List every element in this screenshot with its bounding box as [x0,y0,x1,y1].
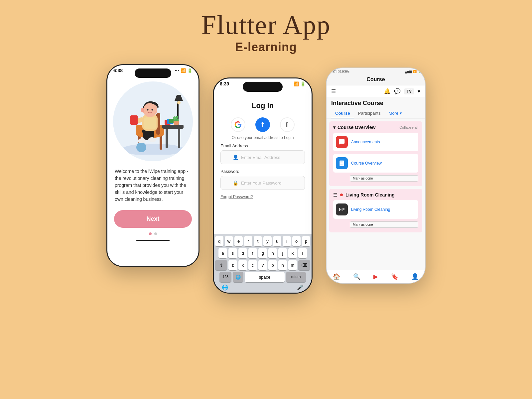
user-icon: 👤 [233,155,238,160]
key-d[interactable]: d [238,248,247,258]
key-j[interactable]: j [278,248,287,258]
key-b[interactable]: b [268,260,277,270]
announcements-item[interactable]: Announcements [333,133,418,151]
key-v[interactable]: v [258,260,267,270]
google-signin-button[interactable] [231,117,245,132]
battery-icon: 🔋 [300,81,306,86]
bell-icon[interactable]: 🔔 [384,88,391,94]
app-subtitle: E-learning [201,40,331,54]
living-room-item[interactable]: H·P Living Room Cleaning [333,200,418,219]
battery-icon: 🔋 [187,68,193,73]
wifi-icon: 📶 [181,68,186,73]
living-room-item-label: Living Room Cleaning [351,207,390,212]
key-space[interactable]: space [245,272,285,282]
chat-icon[interactable]: 💬 [394,88,401,94]
svg-point-18 [176,116,178,119]
phone1-content: Welcome to the iWipe training app - the … [107,73,199,244]
social-icons-row: f  [214,117,312,132]
hp-badge-icon: H·P [336,203,348,215]
svg-point-0 [121,144,185,155]
key-r[interactable]: r [244,236,252,246]
profile-nav-icon[interactable]: 👤 [411,273,419,280]
apple-signin-button[interactable]:  [280,117,295,132]
phone3-time: 9:37 | 332KB/s [330,70,349,73]
key-q[interactable]: q [215,236,223,246]
facebook-signin-button[interactable]: f [255,117,270,132]
course-header-title: Course [327,75,425,85]
key-m[interactable]: m [288,260,297,270]
key-n[interactable]: n [278,260,287,270]
chevron-down-icon: ▾ [418,88,420,94]
forgot-password-link[interactable]: Forgot Password? [220,195,305,199]
svg-rect-7 [178,128,180,148]
app-title: Flutter App [201,10,331,40]
tab-course[interactable]: Course [331,109,354,118]
password-input-field[interactable]: 🔒 Enter Your Password [220,176,305,190]
key-g[interactable]: g [258,248,267,258]
overview-header: ▾ Course Overview Collapse all [333,125,418,130]
phone3-icons: ▄▅▆ 📶 🔋 [405,70,422,73]
phone1-time: 6:38 [113,68,123,73]
key-123[interactable]: 123 [219,272,231,282]
key-x[interactable]: x [238,260,247,270]
key-shift[interactable]: ⇧ [215,260,227,270]
person-illustration [116,88,190,155]
phone-welcome: 6:38 ••• 📶 🔋 [106,64,200,267]
key-w[interactable]: w [225,236,233,246]
bookmark-nav-icon[interactable]: 🔖 [391,273,398,280]
course-overview-item[interactable]: Course Overview [333,154,418,173]
living-room-section: ☰ Living Room Cleaning H·P Living Room C… [329,189,422,232]
svg-point-28 [152,109,153,111]
key-e[interactable]: e [234,236,243,246]
key-c[interactable]: c [248,260,257,270]
play-nav-icon[interactable]: ▶ [373,273,378,280]
email-input-field[interactable]: 👤 Enter Email Address [220,150,305,164]
svg-point-29 [141,108,144,112]
key-f[interactable]: f [248,248,257,258]
bottom-navigation: 🏠 🔍 ▶ 🔖 👤 [327,270,425,283]
key-h[interactable]: h [268,248,277,258]
tab-more[interactable]: More ▾ [385,109,406,118]
key-emoji[interactable]: 🌐 [233,272,243,282]
kb-bottom-left: 🌐 [222,284,228,291]
wifi-icon: 📶 [294,81,299,86]
key-k[interactable]: k [288,248,297,258]
svg-point-11 [177,101,181,104]
key-l[interactable]: l [298,248,307,258]
next-button[interactable]: Next [114,210,192,228]
search-nav-icon[interactable]: 🔍 [353,273,360,280]
kb-mic-icon: 🎤 [297,284,304,291]
list-icon: ☰ [333,192,337,198]
key-s[interactable]: s [228,248,237,258]
chevron-down-icon: ▾ [333,125,335,130]
key-i[interactable]: i [283,236,291,246]
signal-icon: ▄▅▆ [405,70,412,73]
phone2-status-icons: 📶 🔋 [294,81,306,86]
keyboard-row-3: ⇧ z x c v b n m ⌫ [215,260,310,270]
key-u[interactable]: u [273,236,281,246]
svg-rect-2 [160,135,162,150]
password-placeholder: Enter Your Password [241,181,281,186]
key-p[interactable]: p [302,236,310,246]
mark-as-done-button[interactable]: Mark as done [350,175,418,182]
user-badge[interactable]: TV [404,88,414,94]
key-return[interactable]: return [286,272,306,282]
key-delete[interactable]: ⌫ [298,260,310,270]
hamburger-menu-icon[interactable]: ☰ [331,88,336,94]
key-t[interactable]: t [254,236,262,246]
tab-participants[interactable]: Participants [354,109,385,118]
key-o[interactable]: o [292,236,301,246]
living-room-mark-done-button[interactable]: Mark as done [350,221,418,228]
key-y[interactable]: y [263,236,272,246]
course-title: Course [366,76,385,82]
email-label: Email Address [220,143,305,148]
key-a[interactable]: a [218,248,227,258]
home-nav-icon[interactable]: 🏠 [333,273,340,280]
phone-course: 9:37 | 332KB/s ▄▅▆ 📶 🔋 Course ☰ 🔔 💬 TV ▾… [326,67,426,284]
phone1-status-icons: ••• 📶 🔋 [175,68,193,73]
announcements-label: Announcements [351,140,380,144]
key-z[interactable]: z [228,260,237,270]
book-svg-icon [338,160,345,167]
svg-point-27 [147,109,149,111]
collapse-all-button[interactable]: Collapse all [399,125,418,129]
